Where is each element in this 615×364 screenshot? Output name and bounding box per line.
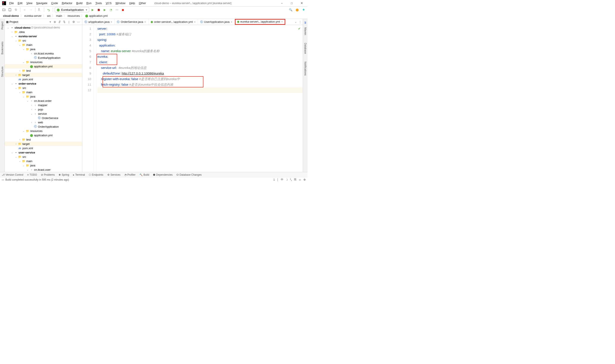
project-tree[interactable]: ⌄▪cloud-demoD:\java\code\cloud-demo›📁.id… xyxy=(5,25,82,172)
tree-row[interactable]: ⒸOrderService xyxy=(5,116,82,120)
close-tab-icon[interactable]: × xyxy=(144,20,146,24)
ime-comma-icon[interactable]: °, xyxy=(290,178,292,181)
tree-row[interactable]: ⬤application.yml xyxy=(5,64,82,68)
undo-button[interactable] xyxy=(46,7,51,12)
breadcrumb-item[interactable]: main xyxy=(55,14,63,17)
menu-code[interactable]: Code xyxy=(49,1,60,5)
ai-button[interactable] xyxy=(301,7,306,12)
ime-jian-icon[interactable]: 简 xyxy=(294,178,297,182)
tool-window-spring[interactable]: ❀Spring xyxy=(59,173,69,176)
tool-window-profiler[interactable]: ◔Profiler xyxy=(124,173,136,176)
code-line[interactable]: spring: xyxy=(97,37,303,43)
code-line[interactable]: application: xyxy=(97,43,303,48)
settings-gear-icon[interactable]: ⚙ xyxy=(303,178,306,181)
menu-file[interactable]: File xyxy=(7,1,16,5)
debug-button[interactable]: 🐞 xyxy=(96,7,101,12)
forward-button[interactable]: → xyxy=(28,7,33,12)
tree-row[interactable]: ⌄📁main xyxy=(5,43,82,47)
tree-row[interactable]: ⌄▫cn.itcast.user xyxy=(5,168,82,172)
editor-tab[interactable]: ⒸUserApplication.java× xyxy=(198,19,235,25)
code-line[interactable]: server: xyxy=(97,26,303,31)
tab-more-button[interactable]: ⋮ xyxy=(299,20,301,24)
maven-icon[interactable]: m xyxy=(303,20,307,26)
right-tab-database[interactable]: Database xyxy=(303,41,307,55)
expand-all-button[interactable]: ⇵ xyxy=(57,20,62,24)
tree-row[interactable]: ⌄▪user-service xyxy=(5,150,82,155)
tree-row[interactable]: ⒸOrderApplication xyxy=(5,124,82,129)
tree-row[interactable]: ›▫mapper xyxy=(5,103,82,107)
editor-tab[interactable]: ⒸOrderService.java× xyxy=(115,19,148,25)
moon-icon[interactable]: ☽ xyxy=(286,178,288,181)
tool-window-services[interactable]: ⚙Services xyxy=(107,173,121,176)
tool-window-endpoints[interactable]: ⬡Endpoints xyxy=(89,173,103,176)
select-opened-file-button[interactable]: ⊕ xyxy=(52,20,57,24)
close-tab-icon[interactable]: × xyxy=(231,20,232,24)
maximize-button[interactable]: □ xyxy=(287,0,297,6)
more-run-button[interactable]: ⋯ xyxy=(114,7,119,12)
menu-navigate[interactable]: Navigate xyxy=(34,1,49,5)
settings-button[interactable]: ⚙ xyxy=(71,20,76,24)
tree-row[interactable]: ›▫pojo xyxy=(5,107,82,112)
tool-window-database-changes[interactable]: ⛁Database Changes xyxy=(177,173,202,176)
tool-window-problems[interactable]: ⊘Problems xyxy=(41,173,55,176)
editor-tab[interactable]: ⬤order-service\...\application.yml× xyxy=(149,19,198,25)
breadcrumb-item[interactable]: eureka-server xyxy=(23,14,43,17)
run-button[interactable]: ▶ xyxy=(90,7,95,12)
tree-row[interactable]: ⒸEurekaApplication xyxy=(5,55,82,60)
tree-row[interactable]: ⌄📁java xyxy=(5,163,82,168)
menu-window[interactable]: Window xyxy=(114,1,127,5)
tree-row[interactable]: ⌄▫cn.itcast.order xyxy=(5,99,82,103)
tree-row[interactable]: ⌄▪cloud-demoD:\java\code\cloud-demo xyxy=(5,26,82,30)
tab-list-button[interactable]: ⌄ xyxy=(295,20,297,24)
open-button[interactable] xyxy=(1,7,6,12)
code-line[interactable]: name: eureka-server #eureka的服务名称 xyxy=(97,48,303,54)
emoji-icon[interactable]: ☺ xyxy=(299,178,301,181)
left-tab-bookmarks[interactable]: Bookmarks xyxy=(0,40,4,56)
close-tab-icon[interactable]: × xyxy=(281,20,283,24)
cursor-line-col[interactable]: 1 xyxy=(273,178,275,181)
menu-tools[interactable]: Tools xyxy=(94,1,104,5)
profile-button[interactable]: ◔ xyxy=(108,7,113,12)
tree-row[interactable]: ⌄📁java xyxy=(5,94,82,99)
updates-button[interactable]: ⬤ xyxy=(295,7,300,12)
tree-row[interactable]: ⬤application.yml xyxy=(5,133,82,137)
menu-help[interactable]: Help xyxy=(127,1,137,5)
code-line[interactable]: port: 10086 #服务端口 xyxy=(97,31,303,37)
editor-tab[interactable]: ⬤eureka-server\...\application.yml× xyxy=(235,19,285,25)
menu-edit[interactable]: Edit xyxy=(16,1,24,5)
tree-row[interactable]: ⌄📁src xyxy=(5,38,82,43)
fold-gutter[interactable] xyxy=(94,25,96,172)
menu-refactor[interactable]: Refactor xyxy=(60,1,74,5)
tree-row[interactable]: ›📁target xyxy=(5,142,82,146)
menu-view[interactable]: View xyxy=(24,1,34,5)
tree-row[interactable]: ›📁test xyxy=(5,68,82,73)
hide-button[interactable]: — xyxy=(76,20,81,24)
coverage-button[interactable]: ▶ xyxy=(102,7,107,12)
tree-row[interactable]: ⌄📁java xyxy=(5,47,82,51)
tool-window-build[interactable]: 🔨Build xyxy=(139,173,149,176)
close-tab-icon[interactable]: × xyxy=(194,20,196,24)
users-button[interactable] xyxy=(37,7,42,12)
breadcrumb-item[interactable]: cloud-demo xyxy=(2,14,20,17)
sync-button[interactable] xyxy=(13,7,18,12)
tree-row[interactable]: ›📁.idea xyxy=(5,30,82,34)
breadcrumb-item[interactable]: src xyxy=(46,14,52,17)
tree-row[interactable]: ⌄📁main xyxy=(5,159,82,163)
close-tab-icon[interactable]: × xyxy=(110,20,112,24)
search-everywhere-button[interactable]: 🔍 xyxy=(288,7,293,12)
tree-row[interactable]: ›📁target xyxy=(5,73,82,77)
code-editor[interactable]: 123456789101112 ✔ server: port: 10086 #服… xyxy=(82,25,303,172)
collapse-all-button[interactable]: ⇅ xyxy=(62,20,67,24)
code-content[interactable]: ✔ server: port: 10086 #服务端口spring: appli… xyxy=(96,25,303,172)
minimize-button[interactable]: ‒ xyxy=(277,0,287,6)
inspection-status-icon[interactable]: ✔ xyxy=(298,26,302,31)
code-line[interactable]: client: xyxy=(97,59,303,65)
code-line[interactable]: eureka: xyxy=(97,54,303,59)
menu-vcs[interactable]: VCS xyxy=(104,1,114,5)
save-button[interactable] xyxy=(7,7,13,12)
breadcrumb-item[interactable]: ⬤application.yml xyxy=(84,14,109,17)
back-button[interactable]: ← xyxy=(22,7,27,12)
tool-window-version-control[interactable]: ⎇Version Control xyxy=(2,173,23,176)
code-line[interactable] xyxy=(97,87,303,93)
code-line[interactable]: defaultZone: http://127.0.0.1:10086/eure… xyxy=(97,71,303,76)
